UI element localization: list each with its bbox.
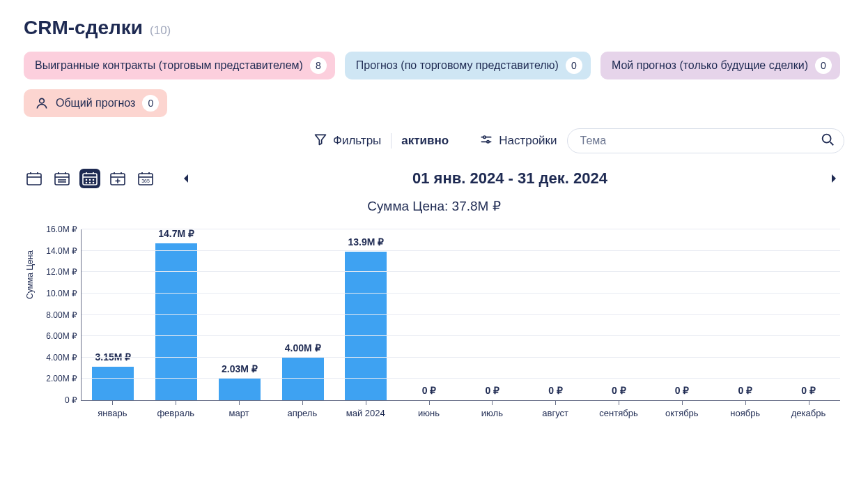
svg-text:365: 365 — [141, 178, 150, 183]
chart-column: 0 ₽ — [587, 229, 651, 400]
x-tick: февраль — [144, 401, 208, 418]
views-tabs: Выигранные контракты (торговым представи… — [24, 52, 844, 117]
y-tick: 14.0M ₽ — [46, 246, 77, 256]
bar-value-label: 0 ₽ — [651, 385, 714, 396]
bar-value-label: 0 ₽ — [398, 385, 461, 396]
calendar-scale-group: 365 — [24, 169, 156, 188]
tab-badge: 0 — [142, 95, 159, 112]
y-tick: 4.00M ₽ — [46, 353, 77, 363]
svg-point-26 — [93, 182, 95, 184]
funnel-icon — [313, 132, 327, 150]
x-tick: октябрь — [650, 401, 713, 418]
x-tick: март — [208, 401, 271, 418]
svg-point-24 — [86, 182, 88, 184]
date-range: 01 янв. 2024 - 31 дек. 2024 — [412, 169, 607, 188]
y-tick: 10.0M ₽ — [46, 289, 77, 298]
tab-label: Прогноз (по торговому представителю) — [356, 59, 559, 72]
svg-point-21 — [86, 179, 88, 181]
tab-label: Общий прогноз — [56, 97, 135, 109]
bar-value-label: 0 ₽ — [777, 385, 840, 396]
chart-summary: Сумма Цена: 37.8M ₽ — [24, 198, 844, 214]
x-tick: июль — [460, 401, 524, 418]
bar-value-label: 14.7M ₽ — [145, 228, 208, 239]
chart-column: 4.00M ₽ — [271, 229, 334, 400]
x-tick: апрель — [270, 401, 334, 418]
tab-forecast-by-rep[interactable]: Прогноз (по торговому представителю) 0 — [345, 52, 591, 79]
y-tick: 0 ₽ — [65, 395, 77, 405]
calendar-add-button[interactable] — [107, 169, 128, 188]
bar-value-label: 2.03M ₽ — [208, 363, 272, 374]
y-axis-label: Сумма Цена — [24, 250, 36, 299]
svg-point-4 — [487, 140, 489, 142]
svg-point-25 — [89, 182, 91, 184]
tab-won-contracts[interactable]: Выигранные контракты (торговым представи… — [24, 52, 335, 79]
bar-value-label: 0 ₽ — [524, 385, 587, 396]
bar-value-label: 0 ₽ — [587, 385, 651, 396]
tab-my-forecast[interactable]: Мой прогноз (только будущие сделки) 0 — [600, 52, 840, 79]
search-icon — [820, 132, 835, 150]
calendar-week-button[interactable] — [52, 169, 72, 188]
svg-point-23 — [93, 179, 95, 181]
x-tick: июнь — [397, 401, 460, 418]
calendar-year-button[interactable]: 365 — [135, 169, 156, 188]
next-period-button[interactable] — [823, 173, 844, 184]
chart-bar[interactable] — [92, 367, 134, 400]
chart-column: 0 ₽ — [398, 229, 461, 400]
chart-column: 0 ₽ — [714, 229, 777, 400]
chart-plot-area: 0 ₽2.00M ₽4.00M ₽6.00M ₽8.00M ₽10.0M ₽12… — [81, 229, 840, 401]
search-box[interactable] — [567, 128, 844, 153]
bar-value-label: 0 ₽ — [714, 385, 777, 396]
chart-column: 0 ₽ — [651, 229, 714, 400]
x-tick: сентябрь — [587, 401, 651, 418]
svg-point-5 — [823, 135, 831, 143]
settings-label: Настройки — [499, 134, 557, 148]
chart-column: 0 ₽ — [461, 229, 525, 400]
svg-point-2 — [483, 136, 486, 138]
page-record-count: (10) — [150, 24, 171, 38]
y-tick: 6.00M ₽ — [46, 331, 77, 341]
page-title: CRM-сделки — [24, 17, 143, 39]
tab-badge: 8 — [310, 57, 327, 74]
x-tick: ноябрь — [713, 401, 777, 418]
filters-button[interactable]: Фильтры — [313, 132, 381, 150]
svg-point-0 — [40, 98, 45, 103]
search-input[interactable] — [579, 134, 813, 148]
y-tick: 8.00M ₽ — [46, 310, 77, 320]
y-tick: 12.0M ₽ — [46, 267, 77, 277]
y-tick: 16.0M ₽ — [46, 225, 77, 234]
chart-bar[interactable] — [282, 358, 324, 400]
x-tick: август — [524, 401, 587, 418]
chart-bar[interactable] — [155, 243, 197, 400]
bar-value-label: 13.9M ₽ — [334, 236, 398, 248]
calendar-day-button[interactable] — [24, 169, 45, 188]
bar-value-label: 4.00M ₽ — [271, 342, 334, 353]
svg-point-22 — [89, 179, 91, 181]
chart-bar[interactable] — [219, 379, 261, 400]
prev-period-button[interactable] — [176, 173, 196, 184]
chart-column: 0 ₽ — [777, 229, 840, 400]
tab-badge: 0 — [566, 57, 582, 74]
tab-badge: 0 — [815, 57, 832, 74]
calendar-month-button[interactable] — [79, 169, 100, 188]
y-tick: 2.00M ₽ — [46, 374, 77, 383]
tab-label: Мой прогноз (только будущие сделки) — [612, 59, 808, 72]
active-toggle[interactable]: активно — [401, 134, 449, 148]
x-tick: январь — [81, 401, 144, 418]
sliders-icon — [479, 132, 493, 150]
chart-column: 14.7M ₽ — [145, 229, 208, 400]
chart-column: 3.15M ₽ — [82, 229, 145, 400]
svg-rect-7 — [27, 174, 41, 185]
tab-overall-forecast[interactable]: Общий прогноз 0 — [24, 89, 167, 117]
chart-column: 13.9M ₽ — [334, 229, 398, 400]
tab-label: Выигранные контракты (торговым представи… — [35, 59, 303, 72]
svg-line-6 — [830, 142, 834, 146]
chart-column: 2.03M ₽ — [208, 229, 272, 400]
person-icon — [35, 96, 49, 110]
settings-button[interactable]: Настройки — [479, 132, 557, 150]
bar-value-label: 0 ₽ — [461, 385, 525, 396]
filters-label: Фильтры — [333, 134, 381, 148]
active-label: активно — [401, 134, 449, 148]
toolbar-divider — [391, 133, 392, 149]
svg-rect-11 — [55, 174, 69, 185]
chart-column: 0 ₽ — [524, 229, 587, 400]
